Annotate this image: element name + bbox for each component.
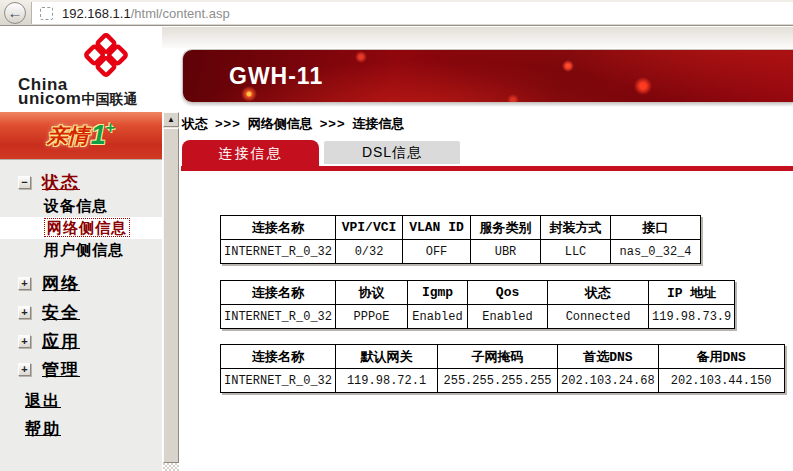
brand-line2: unicom — [18, 89, 81, 108]
connection-routing-table: 连接名称 默认网关 子网掩码 首选DNS 备用DNS INTERNET_R_0_… — [220, 344, 785, 393]
main-content: 状态>>>网络侧信息>>>连接信息 连接信息 DSL信息 连接名称 VPI/VC… — [180, 111, 793, 471]
cell-protocol: PPPoE — [336, 305, 408, 329]
table-row: INTERNET_R_0_32 PPPoE Enabled Enabled Co… — [221, 305, 735, 329]
scrollbar-thumb[interactable] — [163, 128, 179, 463]
breadcrumb-item: 连接信息 — [353, 116, 405, 131]
url-host: 192.168.1.1 — [62, 6, 131, 21]
sidebar-item-label[interactable]: 状态 — [42, 171, 80, 194]
cell-ip-address: 119.98.73.9 — [649, 305, 735, 329]
cell-encapsulation: LLC — [541, 240, 611, 264]
breadcrumb-item: 状态 — [182, 116, 208, 131]
sidebar-menu: − 状态 设备信息 网络侧信息 用户侧信息 + 网络 + 安全 + 应用 + 管… — [0, 160, 162, 439]
cell-vpi-vci: 0/32 — [336, 240, 403, 264]
column-header: VLAN ID — [403, 216, 471, 240]
header-gradient — [162, 27, 793, 48]
breadcrumb-separator: >>> — [215, 116, 241, 131]
tab-bar: 连接信息 DSL信息 — [180, 140, 793, 166]
table-header-row: 连接名称 协议 Igmp Qos 状态 IP 地址 — [221, 281, 735, 305]
column-header: 首选DNS — [558, 345, 659, 369]
brand-cn: 中国联通 — [81, 91, 137, 107]
promo-banner: 亲情1+ — [0, 112, 162, 160]
table-row: INTERNET_R_0_32 119.98.72.1 255.255.255.… — [221, 369, 785, 393]
scroll-up-icon: ▲ — [167, 115, 175, 124]
column-header: 连接名称 — [221, 345, 336, 369]
cell-igmp: Enabled — [408, 305, 468, 329]
device-banner: GWH-11 — [182, 49, 793, 103]
sidebar-item-device-info[interactable]: 设备信息 — [0, 195, 162, 217]
sidebar-item-management[interactable]: + 管理 — [0, 359, 162, 379]
browser-toolbar: ← 192.168.1.1/html/content.asp — [0, 0, 793, 26]
cell-service-class: UBR — [471, 240, 541, 264]
table-row: INTERNET_R_0_32 0/32 OFF UBR LLC nas_0_3… — [221, 240, 701, 264]
sidebar-item-label[interactable]: 设备信息 — [44, 197, 108, 214]
favicon-placeholder-icon — [40, 7, 53, 20]
tab-connection-info[interactable]: 连接信息 — [182, 140, 319, 166]
cell-secondary-dns: 202.103.44.150 — [658, 369, 784, 393]
column-header: 接口 — [611, 216, 701, 240]
column-header: VPI/VCI — [336, 216, 403, 240]
sidebar-item-security[interactable]: + 安全 — [0, 302, 162, 322]
sidebar-scrollbar[interactable]: ▲ — [163, 112, 179, 471]
connection-basic-table: 连接名称 VPI/VCI VLAN ID 服务类别 封装方式 接口 INTERN… — [220, 215, 701, 264]
expand-icon[interactable]: + — [18, 306, 31, 319]
sidebar-item-user-side-info[interactable]: 用户侧信息 — [0, 239, 162, 261]
cell-connection-name: INTERNET_R_0_32 — [221, 369, 336, 393]
cell-vlan-id: OFF — [403, 240, 471, 264]
sidebar-item-label[interactable]: 安全 — [42, 301, 80, 324]
sidebar-item-label[interactable]: 管理 — [42, 358, 80, 381]
column-header: IP 地址 — [649, 281, 735, 305]
back-arrow-icon: ← — [8, 4, 23, 21]
breadcrumb: 状态>>>网络侧信息>>>连接信息 — [180, 111, 793, 133]
back-button[interactable]: ← — [4, 2, 26, 24]
cell-connection-name: INTERNET_R_0_32 — [221, 240, 336, 264]
column-header: 状态 — [548, 281, 649, 305]
column-header: 服务类别 — [471, 216, 541, 240]
column-header: 默认网关 — [336, 345, 438, 369]
tab-underline-bar — [181, 166, 793, 171]
tab-dsl-info[interactable]: DSL信息 — [324, 141, 460, 164]
sidebar-item-label[interactable]: 帮助 — [25, 419, 61, 440]
scrollbar-track[interactable] — [163, 463, 179, 471]
breadcrumb-separator: >>> — [320, 116, 346, 131]
expand-icon[interactable]: + — [18, 335, 31, 348]
column-header: Igmp — [408, 281, 468, 305]
collapse-icon[interactable]: − — [18, 176, 31, 189]
logo-pane: China unicom中国联通 — [0, 27, 162, 112]
sidebar-item-label[interactable]: 网络侧信息 — [44, 218, 130, 237]
sidebar-item-label[interactable]: 网络 — [42, 272, 80, 295]
cell-interface: nas_0_32_4 — [611, 240, 701, 264]
column-header: 连接名称 — [221, 281, 336, 305]
column-header: 连接名称 — [221, 216, 336, 240]
expand-icon[interactable]: + — [18, 277, 31, 290]
breadcrumb-item: 网络侧信息 — [248, 116, 313, 131]
cell-qos: Enabled — [468, 305, 548, 329]
expand-icon[interactable]: + — [18, 363, 31, 376]
cell-connection-name: INTERNET_R_0_32 — [221, 305, 336, 329]
table-header-row: 连接名称 默认网关 子网掩码 首选DNS 备用DNS — [221, 345, 785, 369]
sidebar-item-network-side-info[interactable]: 网络侧信息 — [0, 217, 162, 239]
sidebar: 亲情1+ − 状态 设备信息 网络侧信息 用户侧信息 + 网络 + 安全 + 应… — [0, 112, 162, 471]
promo-text-cn: 亲情 — [47, 122, 89, 150]
url-text: 192.168.1.1/html/content.asp — [62, 6, 230, 21]
sidebar-item-network[interactable]: + 网络 — [0, 273, 162, 293]
cell-subnet-mask: 255.255.255.255 — [438, 369, 558, 393]
sidebar-item-label[interactable]: 退出 — [25, 391, 61, 412]
header-frame: GWH-11 — [162, 27, 793, 111]
column-header: 备用DNS — [658, 345, 784, 369]
address-bar[interactable]: 192.168.1.1/html/content.asp — [31, 2, 793, 24]
sidebar-item-application[interactable]: + 应用 — [0, 331, 162, 351]
column-header: 协议 — [336, 281, 408, 305]
connection-status-table: 连接名称 协议 Igmp Qos 状态 IP 地址 INTERNET_R_0_3… — [220, 280, 735, 329]
brand-text: China unicom中国联通 — [18, 78, 137, 106]
sidebar-item-help[interactable]: 帮助 — [0, 419, 162, 439]
scrollbar-up-button[interactable]: ▲ — [163, 112, 179, 127]
column-header: Qos — [468, 281, 548, 305]
sidebar-item-logout[interactable]: 退出 — [0, 391, 162, 411]
column-header: 子网掩码 — [438, 345, 558, 369]
cell-default-gateway: 119.98.72.1 — [336, 369, 438, 393]
sidebar-item-status[interactable]: − 状态 — [0, 172, 162, 192]
promo-text-plus: + — [106, 119, 115, 137]
table-header-row: 连接名称 VPI/VCI VLAN ID 服务类别 封装方式 接口 — [221, 216, 701, 240]
sidebar-item-label[interactable]: 应用 — [42, 330, 80, 353]
sidebar-item-label[interactable]: 用户侧信息 — [44, 241, 124, 258]
